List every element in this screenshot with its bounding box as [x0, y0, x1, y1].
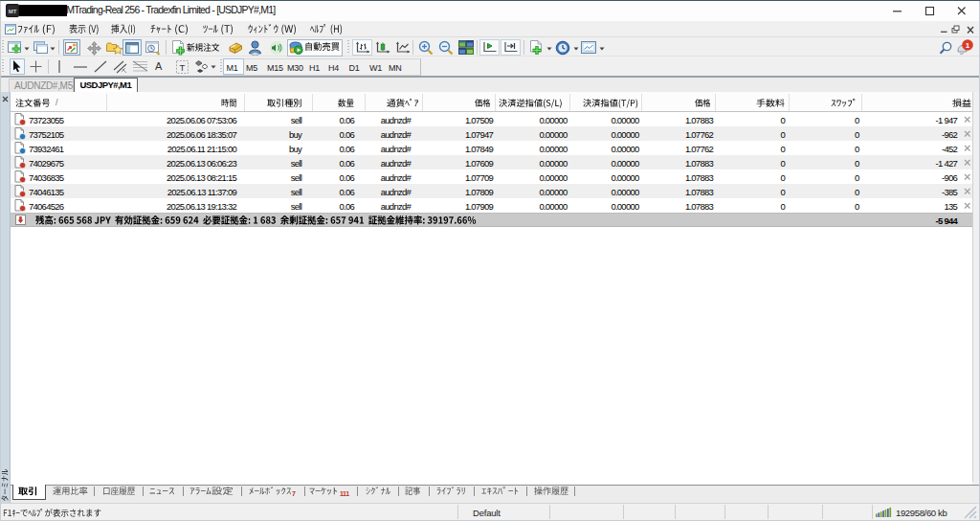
svg-text:1: 1 [966, 41, 970, 50]
svg-text:T: T [180, 61, 186, 72]
svg-text:MT: MT [9, 9, 17, 14]
